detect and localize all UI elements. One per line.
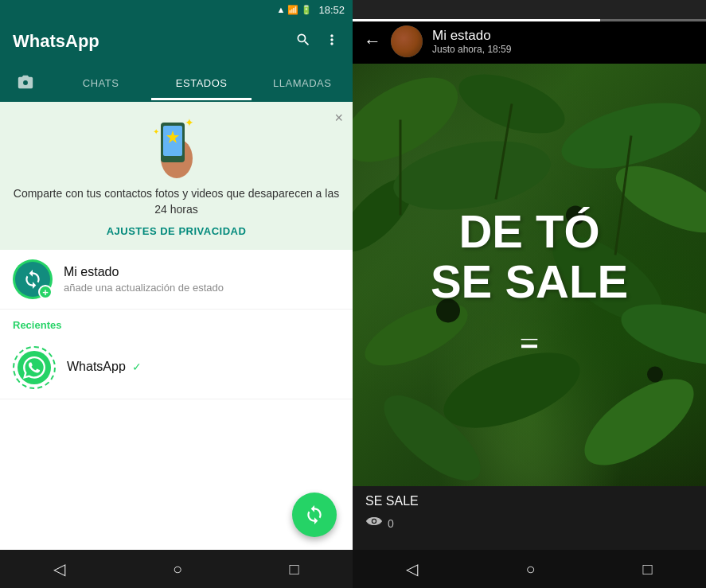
tab-camera[interactable] [0, 63, 50, 103]
my-status-item[interactable]: + Mi estado añade una actualización de e… [0, 250, 353, 310]
right-status-bar [353, 0, 706, 19]
status-time: 18:52 [318, 4, 345, 16]
nav-back-icon[interactable]: ◁ [53, 559, 65, 578]
recientes-label: Recientes [13, 319, 61, 331]
right-avatar [391, 25, 423, 57]
app-header: WhatsApp [0, 19, 353, 64]
status-progress-fill [353, 19, 600, 21]
nav-recent-icon[interactable]: □ [290, 560, 299, 578]
status-progress-bar [353, 19, 706, 21]
promo-text: Comparte con tus contactos fotos y video… [13, 186, 340, 217]
my-status-subtitle: añade una actualización de estado [64, 282, 224, 294]
svg-rect-2 [163, 126, 182, 156]
wifi-icon: 📶 [287, 5, 298, 15]
right-back-button[interactable]: ← [364, 31, 381, 52]
promo-banner: × ✦ ✦ Comparte con tus contactos fotos y… [0, 102, 353, 250]
status-bottom: SE SALE 0 [353, 486, 706, 550]
search-icon[interactable] [295, 32, 311, 52]
whatsapp-name: WhatsApp ✓ [67, 360, 142, 374]
right-title-group: Mi estado Justo ahora, 18:59 [432, 28, 511, 55]
right-panel: ← Mi estado Justo ahora, 18:59 [353, 0, 706, 588]
views-eye-icon [365, 515, 383, 532]
tab-llamadas[interactable]: LLAMADAS [252, 66, 353, 100]
tab-estados[interactable]: ESTADOS [151, 66, 252, 100]
right-nav-bar: ◁ ○ □ [353, 550, 706, 588]
right-title: Mi estado [432, 28, 511, 44]
whatsapp-avatar-inner [18, 351, 51, 384]
more-options-icon[interactable] [324, 32, 340, 52]
app-title: WhatsApp [13, 31, 99, 52]
right-nav-home-icon[interactable]: ○ [525, 560, 535, 578]
status-caption: SE SALE [365, 494, 693, 508]
svg-text:✦: ✦ [185, 116, 194, 129]
right-subtitle: Justo ahora, 18:59 [432, 44, 511, 55]
status-bar: ▲ 📶 🔋 18:52 [0, 0, 353, 19]
my-status-avatar: + [13, 259, 53, 299]
whatsapp-status-item[interactable]: WhatsApp ✓ [0, 337, 353, 399]
nav-home-icon[interactable]: ○ [173, 560, 182, 578]
status-views: 0 [365, 515, 693, 532]
left-panel: ▲ 📶 🔋 18:52 WhatsApp [0, 0, 353, 588]
svg-point-17 [571, 363, 706, 481]
privacy-settings-link[interactable]: AJUSTES DE PRIVACIDAD [107, 225, 247, 237]
svg-text:✦: ✦ [153, 127, 159, 136]
whatsapp-status-info: WhatsApp ✓ [67, 360, 142, 376]
recientes-header: Recientes [0, 310, 353, 337]
right-nav-back-icon[interactable]: ◁ [406, 559, 418, 578]
my-status-name: Mi estado [64, 265, 224, 279]
tabs-bar: CHATS ESTADOS LLAMADAS [0, 64, 353, 102]
header-icons [295, 32, 340, 52]
status-main-text-line2: SE SALE [353, 257, 706, 308]
svg-point-15 [434, 337, 589, 443]
views-count: 0 [388, 517, 394, 530]
whatsapp-status-avatar [13, 346, 56, 389]
my-status-info: Mi estado añade una actualización de est… [64, 265, 224, 294]
verified-badge: ✓ [132, 360, 142, 373]
signal-icon: ▲ [277, 5, 286, 14]
left-nav-bar: ◁ ○ □ [0, 550, 353, 588]
status-background-image: DE TÓ SE SALE _ [353, 64, 706, 486]
status-icons: ▲ 📶 🔋 [277, 5, 313, 15]
status-main-text-line1: DE TÓ [353, 206, 706, 257]
right-header: ← Mi estado Justo ahora, 18:59 [353, 19, 706, 64]
fab-button[interactable] [292, 493, 337, 537]
status-image-container: DE TÓ SE SALE _ [353, 64, 706, 486]
tab-chats[interactable]: CHATS [50, 66, 151, 100]
battery-icon: 🔋 [301, 5, 312, 15]
status-text-overlay: DE TÓ SE SALE _ [353, 206, 706, 345]
right-nav-recent-icon[interactable]: □ [642, 560, 652, 578]
promo-illustration: ✦ ✦ [145, 115, 209, 178]
right-avatar-image [391, 25, 423, 57]
promo-close-button[interactable]: × [334, 110, 343, 127]
svg-point-23 [647, 367, 663, 383]
